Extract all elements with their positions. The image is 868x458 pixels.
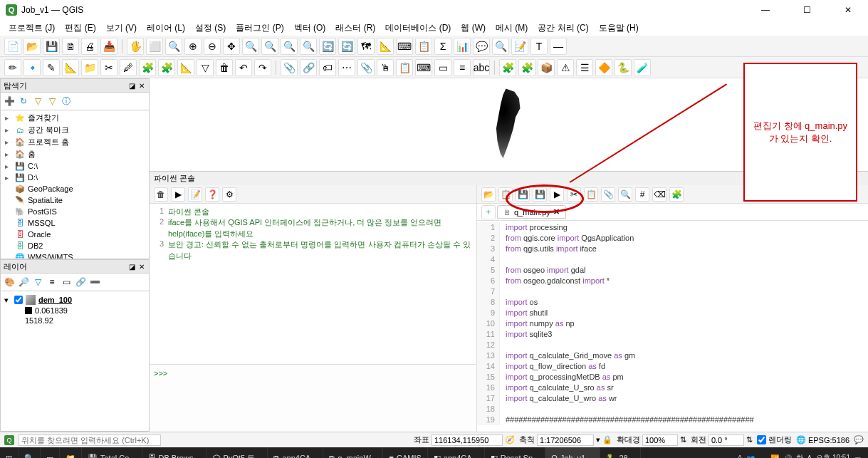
console-output[interactable]: 1파이썬 콘솔2iface를 사용해서 QGIS API 인터페이스에 접근하거… bbox=[150, 204, 476, 364]
browser-item[interactable]: ▸⭐즐겨찾기 bbox=[2, 112, 147, 124]
toolbar-button[interactable]: 📐 bbox=[177, 59, 194, 76]
toolbar-button[interactable]: ⋯ bbox=[338, 59, 355, 76]
taskbar-item[interactable]: ⧉q_mainW... bbox=[323, 447, 383, 458]
tool-button[interactable]: 📋 bbox=[498, 187, 513, 202]
panel-close-icon[interactable]: ✕ bbox=[137, 262, 146, 271]
toolbar-button[interactable]: 🐍 bbox=[615, 59, 632, 76]
filter-icon[interactable]: ▽ bbox=[32, 95, 43, 107]
toolbar-button[interactable]: 🔄 bbox=[338, 38, 355, 55]
toolbar-button[interactable]: 📐 bbox=[62, 59, 79, 76]
tool-button[interactable]: ⚙ bbox=[222, 187, 236, 202]
tool-button[interactable]: 📝 bbox=[188, 187, 202, 202]
group-icon[interactable]: ▭ bbox=[61, 276, 72, 288]
lock-icon[interactable]: 🔒 bbox=[602, 435, 612, 444]
toolbar-button[interactable]: 🔍 bbox=[300, 38, 317, 55]
locator-input[interactable] bbox=[19, 434, 161, 446]
taskbar-item[interactable]: 💾Total Co... bbox=[82, 447, 142, 458]
toolbar-button[interactable]: ↷ bbox=[254, 59, 271, 76]
expand-icon[interactable]: ▸ bbox=[5, 138, 12, 146]
menu-item[interactable]: 벡터 (O) bbox=[290, 21, 330, 36]
menu-item[interactable]: 도움말 (H) bbox=[595, 21, 643, 36]
toolbar-button[interactable]: 📋 bbox=[415, 38, 432, 55]
coord-field[interactable] bbox=[432, 434, 503, 446]
taskbar-item[interactable]: ⊞ bbox=[0, 447, 19, 458]
taskbar-item[interactable]: 🗄DB Brows... bbox=[142, 447, 206, 458]
toolbar-button[interactable]: 📊 bbox=[454, 38, 471, 55]
add-source-icon[interactable]: ➕ bbox=[4, 95, 15, 107]
toolbar-button[interactable]: 🔍 bbox=[492, 38, 509, 55]
render-checkbox[interactable] bbox=[757, 435, 766, 444]
taskbar-item[interactable]: ⧉app4CA... bbox=[268, 447, 323, 458]
tool-button[interactable]: 📎 bbox=[601, 187, 615, 202]
tool-button[interactable]: ✂ bbox=[567, 187, 581, 202]
filter-icon[interactable]: 🔎 bbox=[18, 276, 29, 288]
layer-tree[interactable]: ▾ dem_100 0.061839 1518.92 bbox=[0, 291, 150, 432]
expand-arrow-icon[interactable]: ▾ bbox=[4, 296, 11, 305]
link-icon[interactable]: 🔗 bbox=[75, 276, 86, 288]
spinner-icon[interactable]: ⇅ bbox=[746, 435, 753, 444]
browser-item[interactable]: 🗄MSSQL bbox=[2, 217, 147, 229]
refresh-icon[interactable]: ↻ bbox=[18, 95, 29, 107]
tray-time[interactable]: 오후 10:51 bbox=[816, 453, 850, 458]
toolbar-button[interactable]: abc bbox=[473, 59, 490, 76]
toolbar-button[interactable]: 🔶 bbox=[595, 59, 612, 76]
crs-label[interactable]: EPSG:5186 bbox=[808, 436, 849, 444]
extent-icon[interactable]: 🧭 bbox=[505, 435, 515, 444]
menu-item[interactable]: 편집 (E) bbox=[61, 21, 100, 36]
toolbar-button[interactable]: ✥ bbox=[223, 38, 240, 55]
expand-icon[interactable]: ▸ bbox=[5, 126, 12, 134]
toolbar-button[interactable]: 🏷 bbox=[319, 59, 336, 76]
tool-button[interactable]: 📋 bbox=[584, 187, 598, 202]
tray-notification-icon[interactable]: ▭ bbox=[854, 454, 861, 459]
close-button[interactable]: ✕ bbox=[834, 0, 862, 20]
tool-button[interactable]: 💾 bbox=[516, 187, 530, 202]
layer-item[interactable]: ▾ dem_100 bbox=[4, 294, 146, 306]
toolbar-button[interactable]: ▽ bbox=[197, 59, 214, 76]
toolbar-button[interactable]: 📝 bbox=[511, 38, 528, 55]
dropdown-icon[interactable]: ▾ bbox=[596, 435, 600, 444]
toolbar-button[interactable]: ⬜ bbox=[146, 38, 163, 55]
browser-item[interactable]: 🪶SpatiaLite bbox=[2, 194, 147, 206]
tool-button[interactable]: 🗑 bbox=[154, 187, 168, 202]
minimize-button[interactable]: — bbox=[751, 0, 780, 20]
browser-tree[interactable]: ▸⭐즐겨찾기▸🗂공간 북마크▸🏠프로젝트 홈▸🏠홈▸💾C:\▸💾D:\📦GeoP… bbox=[0, 110, 150, 259]
toolbar-button[interactable]: 🖉 bbox=[120, 59, 137, 76]
menu-item[interactable]: 플러그인 (P) bbox=[231, 21, 288, 36]
toolbar-button[interactable]: 📎 bbox=[281, 59, 298, 76]
toolbar-button[interactable]: 🔹 bbox=[23, 59, 41, 76]
messages-icon[interactable]: 💬 bbox=[854, 435, 864, 444]
panel-undock-icon[interactable]: ◪ bbox=[127, 262, 136, 271]
code-editor[interactable]: 1import processing2from qgis.core import… bbox=[477, 221, 868, 432]
toolbar-button[interactable]: 📎 bbox=[357, 59, 375, 76]
menu-item[interactable]: 설정 (S) bbox=[191, 21, 230, 36]
toolbar-button[interactable]: 🗎 bbox=[62, 38, 79, 55]
menu-item[interactable]: 데이터베이스 (D) bbox=[381, 21, 455, 36]
taskbar-item[interactable]: ◯PyQt5 튜... bbox=[206, 447, 268, 458]
browser-item[interactable]: ▸💾C:\ bbox=[2, 160, 147, 172]
taskbar-item[interactable]: 📁 bbox=[60, 447, 82, 458]
tool-button[interactable]: 🧩 bbox=[669, 187, 684, 202]
menu-item[interactable]: 레이어 (L) bbox=[142, 21, 189, 36]
toolbar-button[interactable]: 🧩 bbox=[139, 59, 156, 76]
browser-item[interactable]: 📦GeoPackage bbox=[2, 183, 147, 194]
taskbar-item[interactable]: ◧Reset Sp... bbox=[485, 447, 545, 458]
add-tab-button[interactable]: ＋ bbox=[481, 205, 496, 219]
toolbar-button[interactable]: 🔍 bbox=[165, 38, 182, 55]
tray-cloud-icon[interactable]: ☁ bbox=[759, 454, 766, 459]
menu-item[interactable]: 메시 (M) bbox=[491, 21, 532, 36]
panel-undock-icon[interactable]: ◪ bbox=[127, 81, 136, 90]
menu-item[interactable]: 공간 처리 (C) bbox=[533, 21, 592, 36]
tool-button[interactable]: ❓ bbox=[205, 187, 219, 202]
toolbar-button[interactable]: 🔗 bbox=[300, 59, 317, 76]
toolbar-button[interactable]: 🔄 bbox=[319, 38, 336, 55]
expand-icon[interactable]: ▸ bbox=[5, 162, 12, 170]
tool-button[interactable]: ▶ bbox=[550, 187, 564, 202]
toolbar-button[interactable]: 🔍 bbox=[261, 38, 278, 55]
tab-close-icon[interactable]: ✕ bbox=[553, 207, 560, 217]
toolbar-button[interactable]: 📥 bbox=[100, 38, 117, 55]
taskbar-item[interactable]: 🔍 bbox=[19, 447, 41, 458]
remove-icon[interactable]: ➖ bbox=[89, 276, 100, 288]
expand-icon[interactable]: ▸ bbox=[5, 150, 12, 158]
toolbar-button[interactable]: 🔍 bbox=[281, 38, 298, 55]
toolbar-button[interactable]: ≡ bbox=[454, 59, 471, 76]
